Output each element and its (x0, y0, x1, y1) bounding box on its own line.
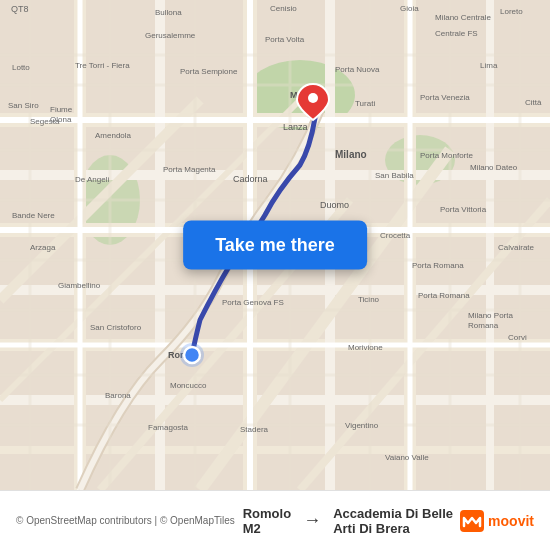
svg-text:QT8: QT8 (11, 4, 29, 14)
svg-text:Porta Romana: Porta Romana (412, 261, 464, 270)
svg-text:Loreto: Loreto (500, 7, 523, 16)
svg-text:Città: Città (525, 98, 542, 107)
svg-text:Moncucco: Moncucco (170, 381, 207, 390)
svg-text:Gioia: Gioia (400, 4, 419, 13)
moovit-logo: moovit (460, 510, 534, 532)
svg-text:San Babila: San Babila (375, 171, 414, 180)
svg-text:Lanza: Lanza (283, 122, 308, 132)
take-me-there-button[interactable]: Take me there (183, 221, 367, 270)
bottom-bar: © OpenStreetMap contributors | © OpenMap… (0, 490, 550, 550)
svg-text:Arzaga: Arzaga (30, 243, 56, 252)
to-destination: Accademia Di Belle Arti Di Brera (333, 506, 460, 536)
svg-text:Lotto: Lotto (12, 63, 30, 72)
svg-text:Porta Venezia: Porta Venezia (420, 93, 470, 102)
svg-text:Porta Volta: Porta Volta (265, 35, 305, 44)
svg-text:Porta Nuova: Porta Nuova (335, 65, 380, 74)
svg-text:Tre Torri - Fiera: Tre Torri - Fiera (75, 61, 130, 70)
svg-text:Bande Nere: Bande Nere (12, 211, 55, 220)
svg-text:Porta Magenta: Porta Magenta (163, 165, 216, 174)
svg-text:Cenisio: Cenisio (270, 4, 297, 13)
svg-text:Porta Vittoria: Porta Vittoria (440, 205, 487, 214)
svg-text:Cadorna: Cadorna (233, 174, 268, 184)
svg-text:Crocetta: Crocetta (380, 231, 411, 240)
moovit-brand-text: moovit (488, 513, 534, 529)
svg-text:Porta Sempione: Porta Sempione (180, 67, 238, 76)
svg-text:Giambellino: Giambellino (58, 281, 101, 290)
svg-text:Gerusalemme: Gerusalemme (145, 31, 196, 40)
route-info: Romolo M2 → Accademia Di Belle Arti Di B… (243, 506, 460, 536)
svg-text:Ticino: Ticino (358, 295, 380, 304)
svg-text:Amendola: Amendola (95, 131, 132, 140)
svg-text:Bullona: Bullona (155, 8, 182, 17)
svg-text:Olona: Olona (50, 115, 72, 124)
svg-text:De Angeli: De Angeli (75, 175, 109, 184)
svg-text:Calvairate: Calvairate (498, 243, 535, 252)
svg-text:Morivione: Morivione (348, 343, 383, 352)
svg-text:Milano: Milano (335, 149, 367, 160)
svg-text:Corvi: Corvi (508, 333, 527, 342)
route-arrow-icon: → (303, 510, 321, 531)
from-station: Romolo M2 (243, 506, 291, 536)
svg-text:Turati: Turati (355, 99, 375, 108)
svg-text:Centrale FS: Centrale FS (435, 29, 478, 38)
moovit-icon (460, 510, 484, 532)
svg-text:Fiume: Fiume (50, 105, 73, 114)
svg-text:Vaiano Valle: Vaiano Valle (385, 453, 429, 462)
svg-point-101 (184, 347, 200, 363)
svg-text:Porta Monforte: Porta Monforte (420, 151, 473, 160)
svg-text:Milano Centrale: Milano Centrale (435, 13, 492, 22)
svg-text:Duomo: Duomo (320, 200, 349, 210)
svg-text:Stadera: Stadera (240, 425, 269, 434)
svg-text:Lima: Lima (480, 61, 498, 70)
svg-text:Famagosta: Famagosta (148, 423, 189, 432)
svg-text:Barona: Barona (105, 391, 131, 400)
svg-text:Romana: Romana (468, 321, 499, 330)
svg-text:San Cristoforo: San Cristoforo (90, 323, 142, 332)
copyright-text: © OpenStreetMap contributors | © OpenMap… (16, 515, 235, 526)
svg-text:Milano Dateo: Milano Dateo (470, 163, 518, 172)
svg-text:Porta Genova FS: Porta Genova FS (222, 298, 284, 307)
svg-text:Milano Porta: Milano Porta (468, 311, 513, 320)
svg-point-99 (308, 93, 318, 103)
svg-text:Porta Romana: Porta Romana (418, 291, 470, 300)
svg-text:Vigentino: Vigentino (345, 421, 379, 430)
map-container: QT8 Bullona Cenisio Gioia Milano Central… (0, 0, 550, 490)
svg-text:San Siro: San Siro (8, 101, 39, 110)
